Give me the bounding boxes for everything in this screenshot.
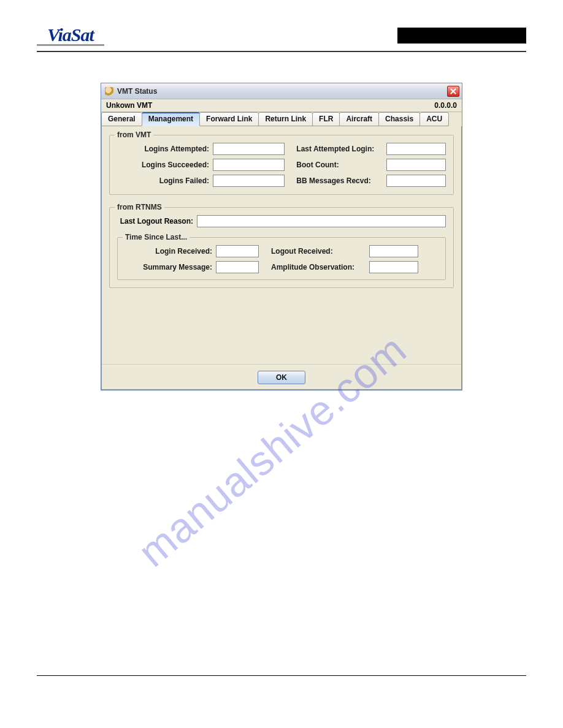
row-logins-attempted: Logins Attempted: Last Attempted Login: (117, 143, 446, 155)
label-summary-message: Summary Message: (124, 263, 216, 271)
java-icon (105, 87, 113, 96)
field-logins-attempted[interactable] (213, 143, 285, 155)
tab-row: General Management Forward Link Return L… (101, 112, 462, 126)
field-logins-succeeded[interactable] (213, 159, 285, 171)
row-login-received: Login Received: Logout Received: (124, 245, 439, 257)
label-boot-count: Boot Count: (296, 161, 386, 169)
tab-return-link[interactable]: Return Link (258, 112, 313, 126)
close-icon (450, 88, 456, 94)
subheader-right: 0.0.0.0 (434, 101, 457, 110)
header-black-bar (397, 28, 526, 44)
page-header: ViaSat (37, 25, 526, 52)
tab-management[interactable]: Management (142, 112, 200, 126)
row-logins-failed: Logins Failed: BB Messages Recvd: (117, 175, 446, 187)
group-time-since-last-legend: Time Since Last... (123, 233, 190, 241)
field-last-logout-reason[interactable] (197, 215, 446, 227)
window-titlebar[interactable]: VMT Status (101, 83, 462, 99)
close-button[interactable] (447, 86, 459, 97)
group-from-rtnms-legend: from RTNMS (115, 203, 164, 211)
label-last-attempted-login: Last Attempted Login: (296, 145, 386, 153)
label-login-received: Login Received: (124, 247, 216, 256)
tab-chassis[interactable]: Chassis (378, 112, 420, 126)
subheader-left: Unkown VMT (106, 101, 152, 110)
row-summary-message: Summary Message: Amplitude Observation: (124, 261, 439, 273)
brand-logo: ViaSat (37, 25, 104, 46)
field-logins-failed[interactable] (213, 175, 285, 187)
field-last-attempted-login[interactable] (386, 143, 446, 155)
group-time-since-last: Time Since Last... Login Received: Logou… (117, 237, 446, 280)
label-logins-attempted: Logins Attempted: (117, 145, 213, 153)
row-last-logout-reason: Last Logout Reason: (117, 215, 446, 227)
field-logout-received[interactable] (369, 245, 418, 257)
button-bar: OK (102, 364, 461, 389)
tab-flr[interactable]: FLR (312, 112, 340, 126)
tab-general[interactable]: General (101, 112, 142, 126)
label-last-logout-reason: Last Logout Reason: (117, 217, 197, 226)
group-from-rtnms: from RTNMS Last Logout Reason: Time Sinc… (109, 207, 454, 288)
label-bb-messages-recvd: BB Messages Recvd: (296, 176, 386, 185)
row-logins-succeeded: Logins Succeeded: Boot Count: (117, 159, 446, 171)
tab-acu[interactable]: ACU (419, 112, 449, 126)
field-boot-count[interactable] (386, 159, 446, 171)
footer-rule (37, 675, 526, 676)
tab-body-management: from VMT Logins Attempted: Last Attempte… (101, 126, 462, 390)
brand-logo-text: ViaSat (47, 25, 94, 45)
field-amplitude-observation[interactable] (369, 261, 418, 273)
vmt-status-dialog: VMT Status Unkown VMT 0.0.0.0 General Ma… (101, 83, 462, 390)
window-title: VMT Status (117, 87, 447, 96)
group-from-vmt: from VMT Logins Attempted: Last Attempte… (109, 135, 454, 195)
field-bb-messages-recvd[interactable] (386, 175, 446, 187)
label-logins-succeeded: Logins Succeeded: (117, 161, 213, 169)
tab-forward-link[interactable]: Forward Link (199, 112, 259, 126)
label-amplitude-observation: Amplitude Observation: (271, 263, 369, 271)
group-from-vmt-legend: from VMT (115, 131, 153, 139)
brand-logo-underline (37, 44, 104, 46)
tab-aircraft[interactable]: Aircraft (339, 112, 379, 126)
field-login-received[interactable] (216, 245, 259, 257)
label-logout-received: Logout Received: (271, 247, 369, 256)
label-logins-failed: Logins Failed: (117, 176, 213, 185)
dialog-subheader: Unkown VMT 0.0.0.0 (101, 99, 462, 112)
field-summary-message[interactable] (216, 261, 259, 273)
ok-button[interactable]: OK (258, 371, 305, 384)
